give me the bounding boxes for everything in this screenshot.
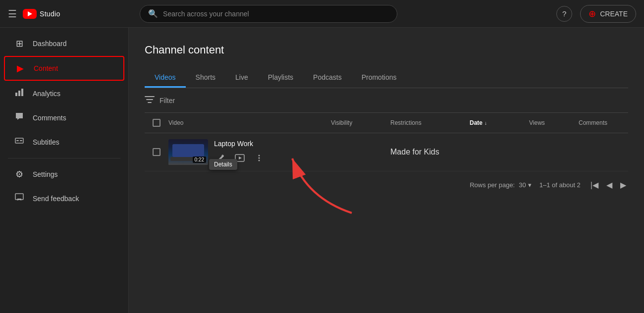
svg-rect-0 bbox=[15, 93, 17, 96]
header-comments: Comments bbox=[579, 119, 628, 126]
sidebar-item-comments[interactable]: Comments bbox=[4, 106, 124, 129]
header-video: Video bbox=[168, 119, 331, 126]
page-navigation: |◀ ◀ ▶ bbox=[589, 178, 628, 192]
sidebar-label-content: Content bbox=[34, 64, 58, 72]
search-input[interactable] bbox=[163, 10, 389, 18]
svg-rect-2 bbox=[21, 89, 23, 96]
rows-value: 30 bbox=[519, 181, 526, 189]
search-icon: 🔍 bbox=[148, 9, 158, 18]
search-bar[interactable]: 🔍 bbox=[140, 5, 397, 23]
sidebar-item-feedback[interactable]: Send feedback bbox=[4, 187, 124, 210]
sidebar-item-dashboard[interactable]: ⊞ Dashboard bbox=[4, 32, 124, 55]
next-page-button[interactable]: ▶ bbox=[618, 178, 628, 192]
help-button[interactable]: ? bbox=[556, 6, 572, 22]
filter-bar: Filter bbox=[145, 88, 628, 113]
svg-point-13 bbox=[259, 157, 260, 159]
sort-arrow-icon: ↓ bbox=[484, 120, 487, 126]
content-area: Channel content Videos Shorts Live Playl… bbox=[129, 28, 644, 313]
sidebar-label-subtitles: Subtitles bbox=[33, 138, 59, 146]
row-restrictions: Made for Kids bbox=[390, 148, 470, 156]
svg-rect-9 bbox=[148, 102, 152, 103]
comments-icon bbox=[14, 112, 25, 123]
table-header: Video Visibility Restrictions Date ↓ Vie… bbox=[145, 113, 628, 133]
sidebar: ⊞ Dashboard ▶ Content Analytics bbox=[0, 28, 129, 313]
menu-icon[interactable]: ☰ bbox=[8, 8, 17, 20]
tab-playlists[interactable]: Playlists bbox=[258, 68, 303, 88]
feedback-icon bbox=[14, 193, 25, 204]
svg-rect-5 bbox=[20, 140, 22, 141]
subtitles-icon bbox=[14, 136, 25, 148]
header-check bbox=[145, 119, 168, 127]
video-title: Laptop Work bbox=[214, 140, 266, 148]
tab-shorts[interactable]: Shorts bbox=[186, 68, 225, 88]
analytics-icon bbox=[14, 88, 25, 99]
topnav-right: ? ⊕ CREATE bbox=[556, 5, 636, 23]
sidebar-label-settings: Settings bbox=[33, 170, 58, 178]
details-tooltip: Details bbox=[209, 159, 237, 170]
main-layout: ⊞ Dashboard ▶ Content Analytics bbox=[0, 28, 644, 313]
duration-badge: 0:22 bbox=[193, 156, 206, 163]
settings-icon: ⚙ bbox=[14, 169, 25, 180]
yt-icon bbox=[23, 9, 37, 19]
sidebar-label-feedback: Send feedback bbox=[33, 195, 79, 203]
content-icon: ▶ bbox=[15, 63, 26, 74]
sidebar-item-analytics[interactable]: Analytics bbox=[4, 82, 124, 105]
tab-videos[interactable]: Videos bbox=[145, 68, 186, 88]
thumbnail-wrap: 0:22 bbox=[168, 139, 208, 165]
rows-dropdown-icon: ▾ bbox=[528, 181, 532, 189]
video-cell: 0:22 Laptop Work bbox=[168, 139, 331, 165]
sidebar-label-comments: Comments bbox=[33, 114, 66, 122]
tab-promotions[interactable]: Promotions bbox=[352, 68, 407, 88]
svg-rect-7 bbox=[145, 96, 155, 97]
dashboard-icon: ⊞ bbox=[14, 38, 25, 49]
tab-live[interactable]: Live bbox=[225, 68, 258, 88]
svg-point-12 bbox=[259, 155, 260, 156]
create-button[interactable]: ⊕ CREATE bbox=[580, 5, 636, 23]
header-views: Views bbox=[529, 119, 579, 126]
select-all-checkbox[interactable] bbox=[153, 119, 161, 127]
sidebar-label-dashboard: Dashboard bbox=[33, 40, 67, 48]
youtube-logo: Studio bbox=[23, 9, 60, 19]
rows-per-page-label: Rows per page: bbox=[470, 181, 515, 189]
svg-marker-11 bbox=[239, 156, 242, 159]
svg-point-14 bbox=[259, 160, 260, 161]
page-title: Channel content bbox=[145, 44, 628, 56]
sidebar-item-settings[interactable]: ⚙ Settings bbox=[4, 163, 124, 186]
table-footer: Rows per page: 30 ▾ 1–1 of about 2 |◀ ◀ … bbox=[145, 171, 628, 199]
prev-page-button[interactable]: ◀ bbox=[604, 178, 614, 192]
tab-podcasts[interactable]: Podcasts bbox=[303, 68, 352, 88]
sidebar-item-subtitles[interactable]: Subtitles bbox=[4, 130, 124, 154]
table-row: 0:22 Laptop Work bbox=[145, 133, 628, 171]
row-check bbox=[145, 148, 168, 156]
first-page-button[interactable]: |◀ bbox=[589, 178, 600, 192]
svg-rect-4 bbox=[16, 140, 19, 141]
tabs: Videos Shorts Live Playlists Podcasts Pr… bbox=[145, 68, 628, 88]
header-date: Date ↓ bbox=[470, 119, 529, 126]
video-actions: Details bbox=[214, 152, 266, 164]
create-label: CREATE bbox=[600, 10, 628, 18]
row-checkbox[interactable] bbox=[153, 148, 161, 156]
sidebar-label-analytics: Analytics bbox=[33, 90, 60, 98]
header-restrictions: Restrictions bbox=[390, 119, 470, 126]
header-visibility: Visibility bbox=[331, 119, 390, 126]
studio-label: Studio bbox=[40, 10, 60, 18]
svg-rect-8 bbox=[146, 99, 153, 100]
video-info: Laptop Work bbox=[214, 140, 266, 164]
filter-icon bbox=[145, 95, 155, 105]
svg-rect-1 bbox=[18, 91, 20, 96]
filter-label: Filter bbox=[160, 97, 175, 104]
topnav-left: ☰ Studio bbox=[8, 8, 60, 20]
rows-per-page: Rows per page: 30 ▾ bbox=[470, 181, 532, 189]
create-icon: ⊕ bbox=[589, 8, 596, 19]
more-options-button[interactable] bbox=[253, 152, 266, 164]
topnav: ☰ Studio 🔍 ? ⊕ CREATE bbox=[0, 0, 644, 28]
pagination-info: 1–1 of about 2 bbox=[539, 181, 581, 189]
sidebar-divider bbox=[8, 158, 120, 158]
sidebar-item-content[interactable]: ▶ Content bbox=[4, 56, 124, 81]
table: Video Visibility Restrictions Date ↓ Vie… bbox=[145, 113, 628, 199]
rows-select[interactable]: 30 ▾ bbox=[519, 181, 531, 189]
